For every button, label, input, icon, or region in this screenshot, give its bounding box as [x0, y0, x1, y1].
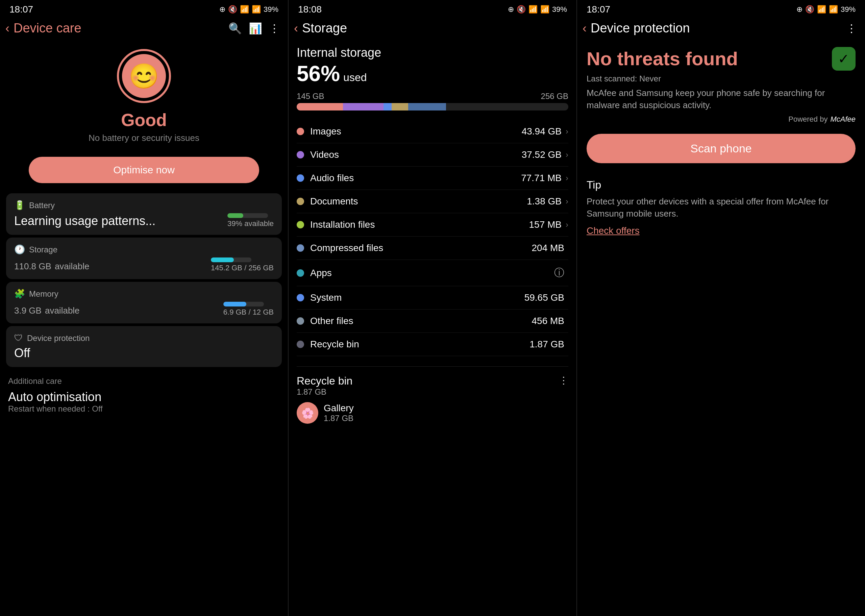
memory-value: 3.9 GB available [14, 302, 80, 317]
threats-row: No threats found ✓ [587, 47, 856, 71]
battery-value: Learning usage patterns... [14, 214, 155, 228]
storage-progress-bar [211, 258, 251, 262]
memory-progress-fill [223, 302, 246, 306]
audio-arrow: › [566, 173, 568, 183]
smiley-icon: 😊 [129, 64, 159, 88]
storage-bar [297, 103, 568, 110]
device-protection-value: Off [14, 346, 30, 360]
mcafee-logo: McAfee [830, 115, 856, 124]
additional-care-section: Additional care Auto optimisation Restar… [0, 370, 288, 416]
storage-item-system[interactable]: System 59.65 GB [297, 286, 568, 310]
images-arrow: › [566, 127, 568, 136]
bluetooth-icon-2: ⊕ [508, 5, 514, 14]
docs-dot [297, 198, 304, 205]
audio-dot [297, 174, 304, 182]
status-time-1: 18:07 [9, 4, 33, 15]
optimise-button[interactable]: Optimise now [29, 157, 259, 183]
storage-seg-videos [343, 103, 384, 110]
sound-icon-2: 🔇 [516, 5, 526, 14]
powered-by-label: Powered by [788, 115, 827, 124]
storage-item-compressed[interactable]: Compressed files 204 MB [297, 237, 568, 260]
gallery-name: Gallery [324, 403, 354, 413]
back-button-3[interactable]: ‹ [582, 21, 587, 36]
storage-item-images[interactable]: Images 43.94 GB › [297, 120, 568, 143]
storage-item-audio[interactable]: Audio files 77.71 MB › [297, 167, 568, 190]
page-title-2: Storage [302, 21, 568, 36]
additional-care-title: Additional care [8, 376, 280, 386]
storage-icon: 🕐 [14, 244, 25, 255]
other-dot [297, 317, 304, 325]
install-arrow: › [566, 220, 568, 229]
storage-title: Storage [29, 245, 57, 255]
videos-dot [297, 151, 304, 159]
battery-3: 39% [841, 5, 856, 14]
tip-title: Tip [587, 179, 856, 191]
auto-opt-title: Auto optimisation [8, 390, 280, 404]
gallery-icon: 🌸 [297, 402, 318, 424]
sound-icon-3: 🔇 [805, 5, 814, 14]
storage-used: used [343, 71, 367, 84]
audio-size: 77.71 MB [521, 173, 562, 184]
back-button-1[interactable]: ‹ [5, 21, 9, 36]
status-subtitle: No battery or security issues [88, 133, 199, 143]
more-icon[interactable]: ⋮ [269, 22, 280, 35]
compressed-size: 204 MB [532, 243, 565, 253]
status-time-3: 18:07 [587, 4, 610, 15]
memory-row: 3.9 GB available 6.9 GB / 12 GB [14, 302, 274, 317]
wifi-icon: 📶 [240, 5, 249, 14]
storage-label: 145.2 GB / 256 GB [211, 264, 274, 272]
storage-panel: 18:08 ⊕ 🔇 📶 📶 39% ‹ Storage Internal sto… [289, 0, 577, 616]
back-button-2[interactable]: ‹ [294, 21, 298, 36]
storage-item-apps[interactable]: Apps ⓘ [297, 260, 568, 286]
gallery-info: Gallery 1.87 GB [324, 403, 354, 423]
chart-icon[interactable]: 📊 [249, 22, 262, 35]
battery-progress-bar [228, 213, 268, 218]
storage-item-docs[interactable]: Documents 1.38 GB › [297, 190, 568, 213]
recycle-menu-icon[interactable]: ⋮ [559, 375, 568, 386]
search-icon[interactable]: 🔍 [228, 22, 242, 35]
shield-icon: 🛡 [14, 333, 23, 343]
device-protection-panel: 18:07 ⊕ 🔇 📶 📶 39% ‹ Device protection ⋮ … [577, 0, 865, 616]
page-title-3: Device protection [590, 21, 846, 36]
compressed-dot [297, 244, 304, 252]
scan-phone-button[interactable]: Scan phone [587, 134, 856, 163]
apps-info-icon[interactable]: ⓘ [554, 266, 564, 280]
storage-card[interactable]: 🕐 Storage 110.8 GB available 145.2 GB / … [6, 237, 282, 279]
more-icon-3[interactable]: ⋮ [846, 22, 857, 35]
memory-icon: 🧩 [14, 289, 25, 299]
storage-seg-images [297, 103, 343, 110]
storage-percent-row: 56% used [297, 61, 568, 86]
device-protection-card[interactable]: 🛡 Device protection Off [6, 326, 282, 367]
gallery-item[interactable]: 🌸 Gallery 1.87 GB [297, 402, 568, 424]
recycle-header: Recycle bin 1.87 GB ⋮ [297, 375, 568, 397]
smiley-inner: 😊 [122, 54, 166, 98]
storage-value: 110.8 GB available [14, 258, 89, 272]
device-care-content: 😊 Good No battery or security issues Opt… [0, 39, 288, 616]
memory-title: Memory [29, 289, 58, 299]
memory-card[interactable]: 🧩 Memory 3.9 GB available 6.9 GB / 12 GB [6, 282, 282, 324]
storage-item-other[interactable]: Other files 456 MB [297, 310, 568, 333]
nav-bar-2: ‹ Storage [289, 17, 576, 39]
storage-item-videos[interactable]: Videos 37.52 GB › [297, 143, 568, 167]
powered-by: Powered by McAfee [587, 115, 856, 124]
tip-section: Tip Protect your other devices with a sp… [587, 179, 856, 236]
storage-item-install[interactable]: Installation files 157 MB › [297, 213, 568, 237]
other-size: 456 MB [532, 316, 565, 327]
storage-seg-audio [383, 103, 392, 110]
wifi-icon-3: 📶 [817, 5, 826, 14]
device-protection-header: 🛡 Device protection [14, 333, 274, 343]
page-title-1: Device care [14, 21, 228, 36]
storage-item-recycle[interactable]: Recycle bin 1.87 GB [297, 333, 568, 356]
battery-card[interactable]: 🔋 Battery Learning usage patterns... 39%… [6, 193, 282, 235]
memory-label: 6.9 GB / 12 GB [223, 308, 274, 316]
storage-bar-right: 256 GB [541, 91, 568, 101]
status-icons-2: ⊕ 🔇 📶 📶 39% [508, 5, 567, 14]
signal-icon: 📶 [252, 5, 261, 14]
storage-content: Internal storage 56% used 145 GB 256 GB … [289, 39, 576, 616]
nav-bar-3: ‹ Device protection ⋮ [577, 17, 865, 39]
other-name: Other files [310, 316, 532, 327]
check-offers-link[interactable]: Check offers [587, 225, 640, 236]
battery-1: 39% [264, 5, 278, 14]
system-size: 59.65 GB [524, 292, 564, 303]
status-section: 😊 Good No battery or security issues [0, 39, 288, 150]
